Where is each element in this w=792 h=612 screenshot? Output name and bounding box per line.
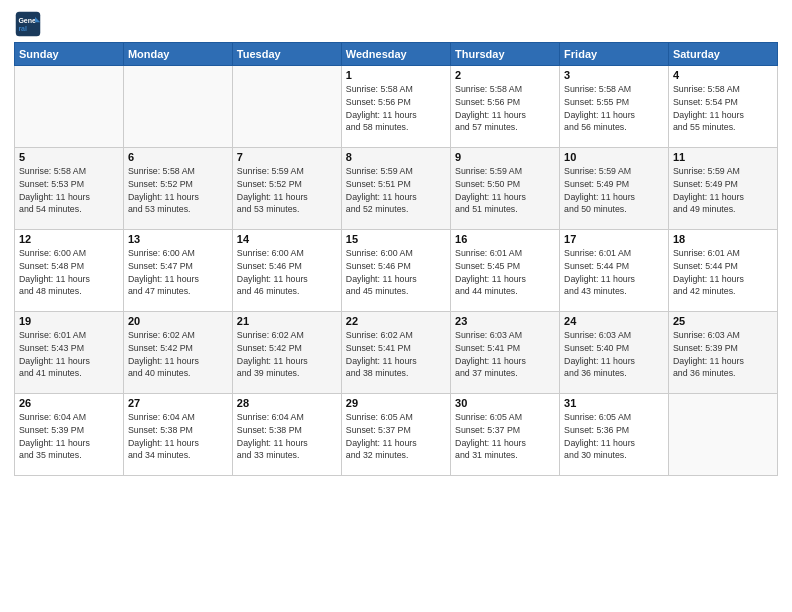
day-number: 3 (564, 69, 664, 81)
weekday-header: Saturday (668, 43, 777, 66)
day-info: Sunrise: 6:03 AM Sunset: 5:39 PM Dayligh… (673, 329, 773, 380)
day-info: Sunrise: 5:59 AM Sunset: 5:49 PM Dayligh… (564, 165, 664, 216)
calendar-table: SundayMondayTuesdayWednesdayThursdayFrid… (14, 42, 778, 476)
day-info: Sunrise: 6:04 AM Sunset: 5:39 PM Dayligh… (19, 411, 119, 462)
day-number: 2 (455, 69, 555, 81)
calendar-day-cell: 16Sunrise: 6:01 AM Sunset: 5:45 PM Dayli… (451, 230, 560, 312)
day-number: 4 (673, 69, 773, 81)
day-number: 6 (128, 151, 228, 163)
day-number: 19 (19, 315, 119, 327)
calendar-day-cell (232, 66, 341, 148)
calendar-day-cell: 19Sunrise: 6:01 AM Sunset: 5:43 PM Dayli… (15, 312, 124, 394)
day-number: 15 (346, 233, 446, 245)
logo: Gene ral (14, 10, 46, 38)
day-number: 20 (128, 315, 228, 327)
calendar-day-cell: 23Sunrise: 6:03 AM Sunset: 5:41 PM Dayli… (451, 312, 560, 394)
day-info: Sunrise: 6:03 AM Sunset: 5:40 PM Dayligh… (564, 329, 664, 380)
calendar-day-cell: 11Sunrise: 5:59 AM Sunset: 5:49 PM Dayli… (668, 148, 777, 230)
day-info: Sunrise: 5:58 AM Sunset: 5:52 PM Dayligh… (128, 165, 228, 216)
day-info: Sunrise: 6:02 AM Sunset: 5:41 PM Dayligh… (346, 329, 446, 380)
calendar-day-cell: 15Sunrise: 6:00 AM Sunset: 5:46 PM Dayli… (341, 230, 450, 312)
day-info: Sunrise: 6:04 AM Sunset: 5:38 PM Dayligh… (128, 411, 228, 462)
calendar-day-cell: 30Sunrise: 6:05 AM Sunset: 5:37 PM Dayli… (451, 394, 560, 476)
weekday-header: Friday (560, 43, 669, 66)
day-info: Sunrise: 6:02 AM Sunset: 5:42 PM Dayligh… (237, 329, 337, 380)
calendar-day-cell: 9Sunrise: 5:59 AM Sunset: 5:50 PM Daylig… (451, 148, 560, 230)
header: Gene ral (14, 10, 778, 38)
weekday-header: Monday (123, 43, 232, 66)
day-info: Sunrise: 5:59 AM Sunset: 5:51 PM Dayligh… (346, 165, 446, 216)
calendar-day-cell: 22Sunrise: 6:02 AM Sunset: 5:41 PM Dayli… (341, 312, 450, 394)
day-info: Sunrise: 6:05 AM Sunset: 5:36 PM Dayligh… (564, 411, 664, 462)
day-info: Sunrise: 6:01 AM Sunset: 5:44 PM Dayligh… (564, 247, 664, 298)
day-number: 28 (237, 397, 337, 409)
day-info: Sunrise: 5:58 AM Sunset: 5:56 PM Dayligh… (455, 83, 555, 134)
calendar-week-row: 19Sunrise: 6:01 AM Sunset: 5:43 PM Dayli… (15, 312, 778, 394)
page-container: Gene ral SundayMondayTuesdayWednesdayThu… (0, 0, 792, 484)
day-info: Sunrise: 5:58 AM Sunset: 5:55 PM Dayligh… (564, 83, 664, 134)
calendar-day-cell (15, 66, 124, 148)
day-number: 17 (564, 233, 664, 245)
logo-icon: Gene ral (14, 10, 42, 38)
calendar-day-cell: 29Sunrise: 6:05 AM Sunset: 5:37 PM Dayli… (341, 394, 450, 476)
day-info: Sunrise: 6:04 AM Sunset: 5:38 PM Dayligh… (237, 411, 337, 462)
calendar-day-cell: 27Sunrise: 6:04 AM Sunset: 5:38 PM Dayli… (123, 394, 232, 476)
weekday-header: Thursday (451, 43, 560, 66)
calendar-day-cell (668, 394, 777, 476)
day-info: Sunrise: 6:05 AM Sunset: 5:37 PM Dayligh… (346, 411, 446, 462)
calendar-day-cell: 25Sunrise: 6:03 AM Sunset: 5:39 PM Dayli… (668, 312, 777, 394)
calendar-week-row: 12Sunrise: 6:00 AM Sunset: 5:48 PM Dayli… (15, 230, 778, 312)
day-info: Sunrise: 6:02 AM Sunset: 5:42 PM Dayligh… (128, 329, 228, 380)
day-number: 30 (455, 397, 555, 409)
day-info: Sunrise: 5:58 AM Sunset: 5:54 PM Dayligh… (673, 83, 773, 134)
day-number: 7 (237, 151, 337, 163)
day-info: Sunrise: 5:59 AM Sunset: 5:50 PM Dayligh… (455, 165, 555, 216)
calendar-day-cell: 31Sunrise: 6:05 AM Sunset: 5:36 PM Dayli… (560, 394, 669, 476)
day-info: Sunrise: 6:00 AM Sunset: 5:46 PM Dayligh… (237, 247, 337, 298)
day-number: 18 (673, 233, 773, 245)
day-number: 26 (19, 397, 119, 409)
calendar-day-cell: 8Sunrise: 5:59 AM Sunset: 5:51 PM Daylig… (341, 148, 450, 230)
day-number: 23 (455, 315, 555, 327)
day-number: 10 (564, 151, 664, 163)
day-number: 29 (346, 397, 446, 409)
calendar-week-row: 5Sunrise: 5:58 AM Sunset: 5:53 PM Daylig… (15, 148, 778, 230)
day-number: 25 (673, 315, 773, 327)
calendar-day-cell: 2Sunrise: 5:58 AM Sunset: 5:56 PM Daylig… (451, 66, 560, 148)
day-info: Sunrise: 6:03 AM Sunset: 5:41 PM Dayligh… (455, 329, 555, 380)
calendar-day-cell: 7Sunrise: 5:59 AM Sunset: 5:52 PM Daylig… (232, 148, 341, 230)
calendar-day-cell: 26Sunrise: 6:04 AM Sunset: 5:39 PM Dayli… (15, 394, 124, 476)
day-number: 5 (19, 151, 119, 163)
day-number: 22 (346, 315, 446, 327)
calendar-day-cell: 3Sunrise: 5:58 AM Sunset: 5:55 PM Daylig… (560, 66, 669, 148)
day-info: Sunrise: 6:01 AM Sunset: 5:44 PM Dayligh… (673, 247, 773, 298)
day-number: 12 (19, 233, 119, 245)
day-info: Sunrise: 5:58 AM Sunset: 5:53 PM Dayligh… (19, 165, 119, 216)
day-info: Sunrise: 5:59 AM Sunset: 5:52 PM Dayligh… (237, 165, 337, 216)
day-number: 16 (455, 233, 555, 245)
day-number: 13 (128, 233, 228, 245)
day-number: 21 (237, 315, 337, 327)
calendar-header-row: SundayMondayTuesdayWednesdayThursdayFrid… (15, 43, 778, 66)
calendar-day-cell: 5Sunrise: 5:58 AM Sunset: 5:53 PM Daylig… (15, 148, 124, 230)
calendar-day-cell: 18Sunrise: 6:01 AM Sunset: 5:44 PM Dayli… (668, 230, 777, 312)
calendar-day-cell (123, 66, 232, 148)
day-number: 8 (346, 151, 446, 163)
weekday-header: Sunday (15, 43, 124, 66)
calendar-day-cell: 17Sunrise: 6:01 AM Sunset: 5:44 PM Dayli… (560, 230, 669, 312)
day-number: 9 (455, 151, 555, 163)
day-info: Sunrise: 6:01 AM Sunset: 5:45 PM Dayligh… (455, 247, 555, 298)
day-info: Sunrise: 5:59 AM Sunset: 5:49 PM Dayligh… (673, 165, 773, 216)
calendar-day-cell: 6Sunrise: 5:58 AM Sunset: 5:52 PM Daylig… (123, 148, 232, 230)
calendar-week-row: 26Sunrise: 6:04 AM Sunset: 5:39 PM Dayli… (15, 394, 778, 476)
calendar-day-cell: 13Sunrise: 6:00 AM Sunset: 5:47 PM Dayli… (123, 230, 232, 312)
svg-text:Gene: Gene (18, 17, 36, 24)
calendar-day-cell: 12Sunrise: 6:00 AM Sunset: 5:48 PM Dayli… (15, 230, 124, 312)
day-number: 27 (128, 397, 228, 409)
day-info: Sunrise: 6:00 AM Sunset: 5:48 PM Dayligh… (19, 247, 119, 298)
calendar-day-cell: 14Sunrise: 6:00 AM Sunset: 5:46 PM Dayli… (232, 230, 341, 312)
calendar-day-cell: 10Sunrise: 5:59 AM Sunset: 5:49 PM Dayli… (560, 148, 669, 230)
day-info: Sunrise: 5:58 AM Sunset: 5:56 PM Dayligh… (346, 83, 446, 134)
calendar-day-cell: 4Sunrise: 5:58 AM Sunset: 5:54 PM Daylig… (668, 66, 777, 148)
day-info: Sunrise: 6:00 AM Sunset: 5:47 PM Dayligh… (128, 247, 228, 298)
